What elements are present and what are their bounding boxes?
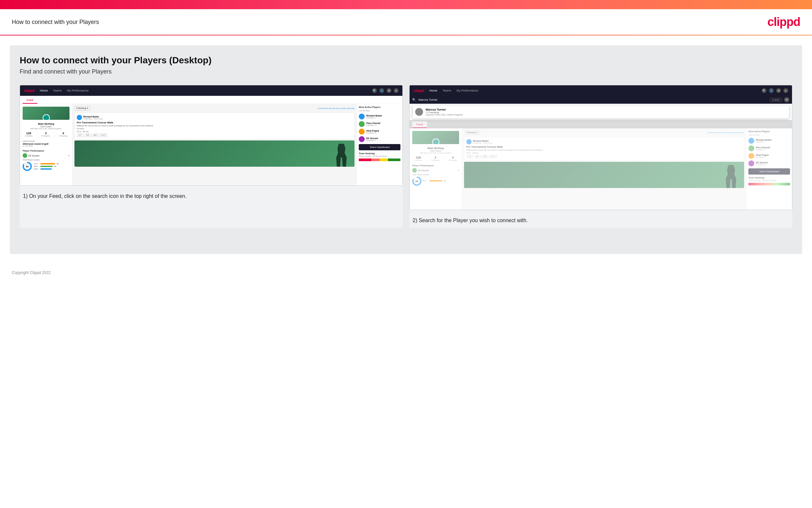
player-av-2-1 [748, 138, 754, 144]
feed-tab-1[interactable]: Feed [22, 97, 37, 104]
player-name-2-r1: Richard Butler [756, 139, 790, 141]
player-name-r1: Richard Butler [366, 115, 400, 117]
player-perf-name-1: Eli Vincent [29, 155, 67, 157]
activity-time-2: 02 hr : 00 min [466, 152, 742, 154]
following-row-2: Following ▾ Control who can see your act… [464, 130, 744, 135]
activity-avatar-2 [466, 139, 472, 144]
stat-followers-2: 3 Followers [431, 156, 440, 162]
heatmap-sub-2: Player Quality · 20 Round Trend [748, 179, 790, 181]
settings-icon-2[interactable]: ⚙ [776, 88, 781, 93]
screenshots-grid: clippd Home Teams My Performance 🔍 👤 ⚙ ▸… [20, 85, 792, 228]
player-row-2-1: Richard Butler Activities: 7 [748, 138, 790, 144]
clear-button[interactable]: CLEAR [770, 98, 781, 102]
stat-following: 4 Following [59, 132, 67, 138]
activity-tags-2: OTT APP ARG PUTT [466, 155, 742, 158]
nav-home-2[interactable]: Home [429, 89, 437, 92]
screenshot-2: clippd Home Teams My Performance 🔍 👤 ⚙ ▸… [409, 85, 792, 210]
search-icon-1[interactable]: 🔍 [372, 88, 377, 93]
user-icon-2[interactable]: 👤 [769, 88, 774, 93]
team-dashboard-btn-1[interactable]: Team Dashboard [359, 144, 400, 150]
player-act-2-r1: Activities: 7 [756, 141, 790, 143]
nav-teams-1[interactable]: Teams [53, 89, 62, 92]
player-perf-title-1: Player Performance [22, 150, 69, 152]
app-middle-1: Following ▾ Control who can see your act… [73, 104, 356, 185]
player-act-2-r4: Activities: 1 [756, 164, 790, 166]
settings-icon-1[interactable]: ⚙ [387, 88, 391, 93]
profile-avatar-1 [43, 114, 50, 120]
player-act-r3: Activities: 3 [366, 132, 400, 134]
avatar-icon-1[interactable]: ▸ [394, 88, 398, 93]
activity-tags-1: OTT APP ARG PUTT [77, 134, 352, 137]
search-query[interactable]: Marcus Turner [419, 98, 767, 101]
latest-activity-name: Afternoon round of golf [22, 143, 69, 145]
profile-banner-2 [412, 131, 459, 144]
profile-club-2: Mill Ride Golf Club, United Kingdom [412, 152, 459, 154]
screenshot-panel-1: clippd Home Teams My Performance 🔍 👤 ⚙ ▸… [20, 85, 403, 228]
player-name-r3: Hiral Pujara [366, 130, 400, 132]
player-info-2: Piers Parnell Activities: 4 [366, 122, 400, 126]
player-row-3: Hiral Pujara Activities: 3 [359, 129, 400, 134]
result-handicap: 1.5 Handicap [426, 111, 463, 114]
chevron-down-icon-2: ▾ [458, 169, 459, 172]
nav-teams-2[interactable]: Teams [442, 89, 451, 92]
most-active-title-1: Most Active Players [359, 106, 400, 108]
nav-my-performance-1[interactable]: My Performance [67, 89, 89, 92]
activity-card-2: Richard Butler Yesterday · The Grove Pre… [464, 137, 744, 161]
most-active-sub-1: Last 30 days [359, 110, 400, 112]
screenshot-panel-2: clippd Home Teams My Performance 🔍 👤 ⚙ ▸… [409, 85, 792, 228]
player-act-2-r3: Activities: 3 [756, 156, 790, 158]
player-name-r4: Eli Vincent [366, 137, 400, 139]
footer-text: Copyright Clippd 2022 [12, 270, 51, 275]
search-icon-2[interactable]: 🔍 [762, 88, 766, 93]
player-row-2-3: Hiral Pujara Activities: 3 [748, 153, 790, 159]
caption-2: 2) Search for the Player you wish to con… [409, 210, 792, 228]
footer: Copyright Clippd 2022 [0, 264, 812, 282]
nav-my-performance-2[interactable]: My Performance [457, 89, 478, 92]
heatmap-title-2: Team Heatmap [748, 176, 790, 179]
profile-name-1: Blair McHarg [22, 122, 69, 125]
nav-right-1: 🔍 👤 ⚙ ▸ [372, 88, 398, 93]
tag-putt: PUTT [100, 134, 107, 137]
player-info-4: Eli Vincent Activities: 1 [366, 137, 400, 141]
player-perf-name-2: Eli Vincent [418, 169, 457, 172]
player-av-2-4 [748, 161, 754, 166]
main-content: How to connect with your Players (Deskto… [10, 45, 802, 254]
feed-tab-2[interactable]: Feed [412, 121, 427, 128]
player-perf-avatar-1 [22, 153, 27, 158]
player-av-2 [359, 121, 365, 127]
score-value-2: 84 [414, 178, 420, 184]
player-info-2-1: Richard Butler Activities: 7 [756, 139, 790, 143]
stat-activities: 129 Activities [25, 132, 33, 138]
avatar-icon-2[interactable]: ▸ [783, 88, 788, 93]
profile-role-2: Golf Coach [412, 150, 459, 152]
user-icon-1[interactable]: 👤 [379, 88, 384, 93]
score-value-1: 84 [24, 163, 31, 170]
header: How to connect with your Players clippd [0, 9, 812, 35]
chevron-down-icon[interactable]: ▾ [68, 154, 69, 157]
player-av-3 [359, 129, 365, 134]
app-left-1: Blair McHarg Golf Coach Mill Ride Golf C… [20, 104, 73, 185]
app-body-1: Blair McHarg Golf Coach Mill Ride Golf C… [20, 104, 402, 185]
player-info-1: Richard Butler Activities: 7 [366, 115, 400, 119]
player-av-2-2 [748, 145, 754, 151]
activity-image-1 [75, 140, 354, 167]
player-perf-row-1: Eli Vincent ▾ [22, 153, 69, 158]
nav-home-1[interactable]: Home [40, 89, 48, 92]
search-result-dropdown[interactable]: Marcus Turner 1.5 Handicap Cypress Point… [412, 105, 790, 119]
player-name-2-r3: Hiral Pujara [756, 154, 790, 156]
app-left-2: Blair McHarg Golf Coach Mill Ride Golf C… [410, 128, 462, 210]
app-right-1: Most Active Players Last 30 days Richard… [356, 104, 402, 185]
player-row-4: Eli Vincent Activities: 1 [359, 136, 400, 142]
control-link-1[interactable]: Control who can see your activity and da… [318, 107, 354, 109]
activity-header-2: Richard Butler Yesterday · The Grove [466, 139, 742, 144]
app-nav-1: clippd Home Teams My Performance 🔍 👤 ⚙ ▸ [20, 85, 402, 96]
heatmap-title-1: Team Heatmap [359, 152, 400, 155]
close-search-button[interactable]: ✕ [784, 97, 790, 102]
profile-role-1: Golf Coach [22, 125, 69, 128]
screenshot-1: clippd Home Teams My Performance 🔍 👤 ⚙ ▸… [20, 85, 403, 186]
player-act-r2: Activities: 4 [366, 124, 400, 126]
quality-label-1: Total Player Quality [22, 159, 69, 161]
following-button-1[interactable]: Following ▾ [75, 106, 90, 111]
player-av-1 [359, 114, 365, 120]
app-body-2: Blair McHarg Golf Coach Mill Ride Golf C… [410, 128, 792, 210]
